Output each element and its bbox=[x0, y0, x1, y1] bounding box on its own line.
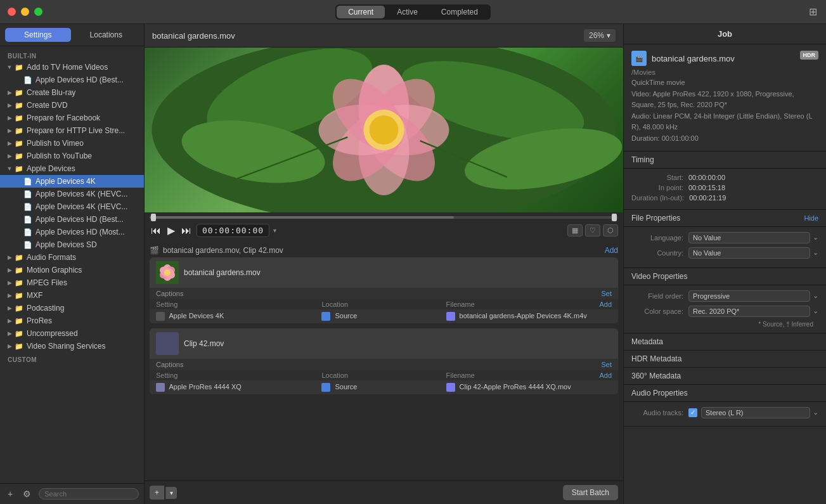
sidebar-item-video-sharing[interactable]: 📁 Video Sharing Services bbox=[0, 340, 144, 352]
tree-arrow bbox=[5, 127, 14, 134]
skip-forward-button[interactable]: ⏭ bbox=[180, 225, 193, 236]
col-setting-2: Setting bbox=[156, 372, 321, 379]
sidebar-item-prepare-facebook[interactable]: 📁 Prepare for Facebook bbox=[0, 112, 144, 124]
table-row-1[interactable]: Apple Devices 4K Source botanical garden… bbox=[150, 309, 618, 323]
timecode-dropdown-icon[interactable]: ▾ bbox=[273, 227, 276, 234]
scrubber-track bbox=[150, 216, 618, 219]
metadata-section[interactable]: Metadata bbox=[624, 333, 826, 351]
batch-add-button[interactable]: Add bbox=[605, 246, 618, 255]
captions-label-1: Captions bbox=[156, 290, 183, 297]
scrubber-right-handle[interactable] bbox=[612, 214, 617, 221]
sidebar-item-mpeg-files[interactable]: 📁 MPEG Files bbox=[0, 276, 144, 289]
file-props-label: File Properties bbox=[631, 214, 680, 223]
sidebar-item-audio-formats[interactable]: 📁 Audio Formats bbox=[0, 251, 144, 264]
field-order-select[interactable]: Progressive bbox=[688, 290, 810, 302]
sidebar-item-apple-devices-4k-hevc2[interactable]: 📄 Apple Devices 4K (HEVC... bbox=[0, 200, 144, 213]
batch-footer-add-button[interactable]: + bbox=[150, 486, 164, 500]
tab-active[interactable]: Active bbox=[385, 6, 429, 18]
sidebar-item-mxf[interactable]: 📁 MXF bbox=[0, 289, 144, 302]
batch-title-text: botanical gardens.mov, Clip 42.mov bbox=[163, 246, 283, 255]
display-option-1-button[interactable]: ▦ bbox=[567, 224, 583, 236]
close-button[interactable] bbox=[8, 8, 16, 16]
language-select[interactable]: No Value bbox=[688, 232, 810, 243]
start-batch-button[interactable]: Start Batch bbox=[563, 485, 618, 500]
sidebar-item-apple-devices[interactable]: 📁 Apple Devices bbox=[0, 162, 144, 175]
file-props-hide-button[interactable]: Hide bbox=[804, 214, 818, 222]
display-option-2-button[interactable]: ♡ bbox=[585, 224, 600, 236]
sidebar-item-apple-devices-hd-best2[interactable]: 📄 Apple Devices HD (Best... bbox=[0, 213, 144, 226]
add-preset-button[interactable]: + bbox=[5, 488, 15, 500]
batch-footer-add-arrow-button[interactable]: ▾ bbox=[165, 487, 177, 499]
layout-icon[interactable]: ⊞ bbox=[809, 6, 817, 18]
sidebar-item-apple-devices-hd-best[interactable]: 📄 Apple Devices HD (Best... bbox=[0, 74, 144, 86]
zoom-control[interactable]: 26% ▾ bbox=[584, 29, 616, 42]
captions-set-button-2[interactable]: Set bbox=[601, 361, 612, 368]
job-file-name: botanical gardens.mov bbox=[652, 54, 735, 63]
video-props-section-header[interactable]: Video Properties bbox=[624, 268, 826, 285]
video-props-note: * Source, † Inferred bbox=[631, 321, 818, 328]
tab-completed[interactable]: Completed bbox=[430, 6, 489, 18]
sidebar-item-publish-vimeo[interactable]: 📁 Publish to Vimeo bbox=[0, 137, 144, 150]
settings-gear-button[interactable]: ⚙ bbox=[20, 488, 34, 500]
color-space-select[interactable]: Rec. 2020 PQ* bbox=[688, 306, 810, 317]
table-add-button-1[interactable]: Add bbox=[599, 300, 612, 308]
sidebar-item-add-to-tv[interactable]: 📁 Add to TV Home Videos bbox=[0, 61, 144, 74]
sidebar-item-label: Publish to YouTube bbox=[27, 152, 92, 160]
table-row-2[interactable]: Apple ProRes 4444 XQ Source Clip 42-Appl… bbox=[150, 380, 618, 394]
sidebar-item-label: Audio Formats bbox=[27, 253, 76, 262]
col-setting-1: Setting bbox=[156, 300, 321, 308]
doc-icon: 📄 bbox=[23, 240, 33, 250]
play-button[interactable]: ▶ bbox=[166, 224, 176, 236]
center-panel: botanical gardens.mov 26% ▾ bbox=[145, 24, 623, 504]
tab-current[interactable]: Current bbox=[337, 6, 385, 18]
audio-tracks-select[interactable]: Stereo (L R) bbox=[701, 407, 810, 418]
scrubber-container[interactable] bbox=[150, 212, 618, 223]
hdr-metadata-section[interactable]: HDR Metadata bbox=[624, 351, 826, 368]
col-filename-1: Filename Add bbox=[446, 300, 612, 308]
audio-tracks-dropdown-icon: ⌄ bbox=[813, 408, 818, 417]
minimize-button[interactable] bbox=[21, 8, 29, 16]
captions-label-2: Captions bbox=[156, 361, 183, 368]
sidebar-item-motion-graphics[interactable]: 📁 Motion Graphics bbox=[0, 264, 144, 276]
batch-item-1-thumbnail bbox=[156, 261, 179, 284]
setting-icon-2 bbox=[156, 383, 165, 392]
360-metadata-section[interactable]: 360° Metadata bbox=[624, 368, 826, 385]
tree-arrow bbox=[5, 330, 14, 337]
sidebar-item-prepare-http[interactable]: 📁 Prepare for HTTP Live Stre... bbox=[0, 124, 144, 137]
sidebar-item-apple-devices-sd[interactable]: 📄 Apple Devices SD bbox=[0, 238, 144, 251]
batch-item-1-name: botanical gardens.mov bbox=[184, 268, 261, 277]
timing-start-value: 00:00:00:00 bbox=[688, 174, 725, 181]
audio-checkbox[interactable]: ✓ bbox=[688, 408, 697, 417]
scrubber-left-handle[interactable] bbox=[151, 214, 156, 221]
main-tab-group: Current Active Completed bbox=[335, 4, 491, 20]
zoom-chevron-icon: ▾ bbox=[607, 31, 610, 40]
captions-set-button-1[interactable]: Set bbox=[601, 290, 612, 297]
sidebar-item-create-bluray[interactable]: 📁 Create Blu-ray bbox=[0, 86, 144, 99]
color-space-dropdown-icon: ⌄ bbox=[813, 307, 818, 315]
sidebar-item-uncompressed[interactable]: 📁 Uncompressed bbox=[0, 327, 144, 340]
file-icon-2 bbox=[446, 383, 455, 392]
file-props-section-header[interactable]: File Properties Hide bbox=[624, 210, 826, 227]
sidebar-item-podcasting[interactable]: 📁 Podcasting bbox=[0, 302, 144, 314]
maximize-button[interactable] bbox=[34, 8, 42, 16]
country-select[interactable]: No Value bbox=[688, 247, 810, 259]
audio-props-section-header[interactable]: Audio Properties bbox=[624, 385, 826, 402]
table-add-button-2[interactable]: Add bbox=[599, 372, 612, 379]
search-input[interactable] bbox=[39, 488, 139, 500]
sidebar-item-publish-youtube[interactable]: 📁 Publish to YouTube bbox=[0, 150, 144, 162]
display-caption-button[interactable]: ⬡ bbox=[603, 224, 618, 236]
sidebar-item-apple-devices-4k[interactable]: 📄 Apple Devices 4K bbox=[0, 175, 144, 188]
main-layout: Settings Locations BUILT-IN 📁 Add to TV … bbox=[0, 24, 826, 504]
sidebar-item-create-dvd[interactable]: 📁 Create DVD bbox=[0, 99, 144, 112]
sidebar-tab-settings[interactable]: Settings bbox=[5, 28, 71, 42]
sidebar-tab-locations[interactable]: Locations bbox=[74, 28, 139, 42]
sidebar-item-apple-devices-hd-most[interactable]: 📄 Apple Devices HD (Most... bbox=[0, 226, 144, 238]
sidebar-item-apple-devices-4k-hevc1[interactable]: 📄 Apple Devices 4K (HEVC... bbox=[0, 188, 144, 200]
folder-icon: 📁 bbox=[14, 100, 24, 110]
table-header-1: Setting Location Filename Add bbox=[150, 299, 618, 309]
timing-section-header[interactable]: Timing bbox=[624, 152, 826, 169]
thumb-flower-svg bbox=[156, 261, 179, 284]
skip-back-button[interactable]: ⏮ bbox=[150, 225, 162, 236]
sidebar-item-prores[interactable]: 📁 ProRes bbox=[0, 314, 144, 327]
sidebar-item-label: MPEG Files bbox=[27, 278, 67, 287]
